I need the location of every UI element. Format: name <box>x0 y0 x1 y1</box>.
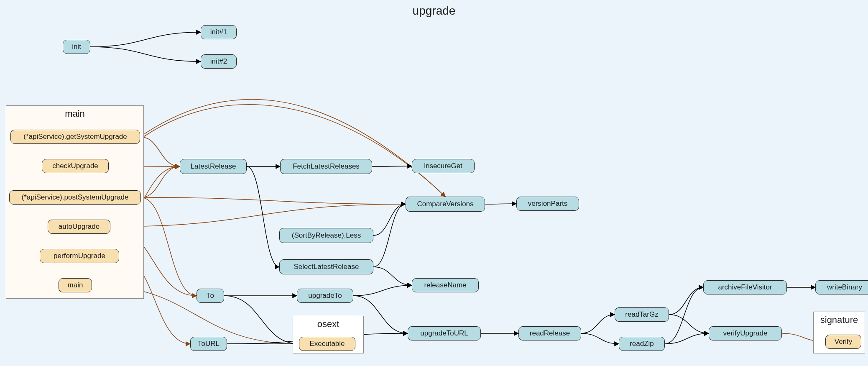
node-SortByReleaseLess[interactable]: (SortByRelease).Less <box>279 228 373 243</box>
node-archiveFileVisitor[interactable]: archiveFileVisitor <box>703 280 787 294</box>
node-LatestRelease[interactable]: LatestRelease <box>180 159 247 174</box>
edge-init-init1 <box>90 32 201 47</box>
node-init[interactable]: init <box>63 40 90 54</box>
node-To[interactable]: To <box>197 289 224 303</box>
node-SelectLatestRelease[interactable]: SelectLatestRelease <box>279 259 373 274</box>
node-init1[interactable]: init#1 <box>201 25 237 39</box>
edge-checkUpgrade-CompareVersions <box>109 105 445 197</box>
node-FetchLatestReleases[interactable]: FetchLatestReleases <box>280 159 372 174</box>
edge-readRelease-readTarGz <box>581 315 615 333</box>
edge-readTarGz-archiveFileVisitor <box>669 287 703 315</box>
edge-getSystemUpgrade-CompareVersions <box>140 99 445 197</box>
edge-readTarGz-verifyUpgrade <box>669 315 709 333</box>
edge-readRelease-readZip <box>581 333 619 344</box>
diagram-title: upgrade <box>0 4 868 18</box>
edge-To-Executable <box>224 296 299 344</box>
node-verifyUpgrade[interactable]: verifyUpgrade <box>709 326 782 340</box>
edge-readZip-archiveFileVisitor <box>665 287 703 344</box>
node-readRelease[interactable]: readRelease <box>518 326 581 340</box>
cluster-label-osext: osext <box>317 319 340 330</box>
node-Executable[interactable]: Executable <box>299 337 355 351</box>
edge-autoUpgrade-CompareVersions <box>110 204 406 227</box>
node-CompareVersions[interactable]: CompareVersions <box>406 197 485 212</box>
edge-FetchLatestReleases-insecureGet <box>372 166 412 166</box>
edge-postSystemUpgrade-CompareVersions <box>141 197 406 204</box>
node-autoUpgrade[interactable]: autoUpgrade <box>48 220 110 234</box>
edge-postSystemUpgrade-To <box>141 197 197 296</box>
cluster-label-main: main <box>65 108 85 119</box>
edge-upgradeTo-releaseName <box>353 285 412 296</box>
node-getSystemUpgrade[interactable]: (*apiService).getSystemUpgrade <box>10 130 140 144</box>
node-checkUpgrade[interactable]: checkUpgrade <box>42 159 109 173</box>
node-init2[interactable]: init#2 <box>201 54 237 69</box>
node-readTarGz[interactable]: readTarGz <box>615 307 669 322</box>
edge-SelectLatestRelease-releaseName <box>373 267 412 285</box>
edge-readZip-verifyUpgrade <box>665 333 709 344</box>
node-performUpgrade[interactable]: performUpgrade <box>40 249 119 263</box>
node-Verify[interactable]: Verify <box>825 335 861 349</box>
node-postSystemUpgrade[interactable]: (*apiService).postSystemUpgrade <box>9 190 141 205</box>
node-writeBinary[interactable]: writeBinary <box>815 280 868 294</box>
node-readZip[interactable]: readZip <box>619 337 665 351</box>
node-releaseName[interactable]: releaseName <box>412 278 479 292</box>
node-ToURL[interactable]: ToURL <box>190 337 227 351</box>
node-versionParts[interactable]: versionParts <box>516 197 579 211</box>
edge-getSystemUpgrade-LatestRelease <box>140 137 180 166</box>
cluster-label-signature: signature <box>820 315 858 325</box>
edge-LatestRelease-SelectLatestRelease <box>247 166 279 267</box>
node-upgradeToURL[interactable]: upgradeToURL <box>408 326 481 340</box>
node-mainFn[interactable]: main <box>59 278 92 292</box>
edge-SortByReleaseLess-CompareVersions <box>373 204 406 235</box>
edge-SelectLatestRelease-CompareVersions <box>373 204 406 267</box>
node-upgradeTo[interactable]: upgradeTo <box>297 289 353 303</box>
edge-init-init2 <box>90 47 201 61</box>
edge-CompareVersions-versionParts <box>485 204 516 204</box>
node-insecureGet[interactable]: insecureGet <box>412 159 475 173</box>
edge-postSystemUpgrade-LatestRelease <box>141 166 180 197</box>
